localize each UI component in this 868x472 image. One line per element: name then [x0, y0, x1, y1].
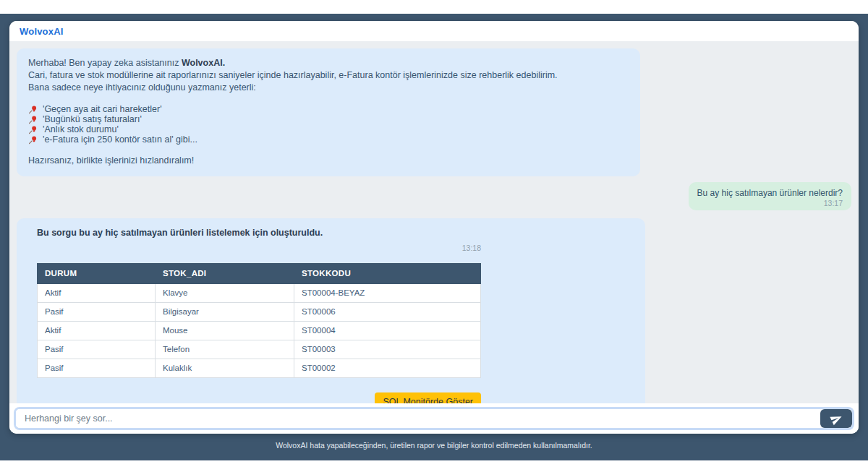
window-header: WolvoxAI [9, 21, 859, 41]
column-header-durum: DURUM [38, 264, 156, 284]
cell-durum: Aktif [38, 322, 156, 340]
result-actions: SQL Monitörde Göster [37, 392, 481, 403]
result-summary-text: Bu sorgu bu ay hiç satılmayan ürünleri l… [37, 227, 481, 239]
pushpin-icon [28, 125, 38, 134]
cell-stok-adi: Kulaklık [156, 359, 294, 378]
chat-window: WolvoxAI Merhaba! Ben yapay zeka asistan… [9, 21, 859, 434]
welcome-greeting: Merhaba! Ben yapay zeka asistanınız Wolv… [28, 57, 629, 69]
suggestion-item: 'e-Fatura için 250 kontör satın al' gibi… [28, 134, 629, 145]
cell-durum: Pasif [38, 303, 156, 322]
pushpin-icon [28, 135, 38, 145]
welcome-line2: Cari, fatura ve stok modüllerine ait rap… [28, 69, 629, 82]
column-header-stok-adi: STOK_ADI [156, 264, 294, 284]
cell-stok-adi: Mouse [156, 322, 294, 340]
cell-stokkodu: ST00002 [294, 359, 481, 378]
table-row: Aktif Mouse ST00004 [38, 322, 481, 340]
user-message-timestamp: 13:17 [697, 199, 843, 207]
cell-durum: Pasif [38, 359, 156, 378]
table-row: Pasif Telefon ST00003 [38, 340, 481, 359]
result-timestamp: 13:18 [37, 242, 481, 254]
table-row: Aktif Klavye ST00004-BEYAZ [38, 284, 481, 303]
table-row: Pasif Bilgisayar ST00006 [38, 303, 481, 322]
assistant-result-bubble: Bu sorgu bu ay hiç satılmayan ürünleri l… [17, 218, 645, 403]
user-message-bubble: Bu ay hiç satılmayan ürünler nelerdir? 1… [689, 182, 851, 210]
cell-stokkodu: ST00004 [294, 322, 481, 340]
pushpin-icon [28, 105, 38, 114]
chat-input[interactable] [16, 409, 820, 428]
send-button[interactable] [820, 409, 852, 428]
welcome-line3: Bana sadece neye ihtiyacınız olduğunu ya… [28, 82, 629, 94]
result-table-header-row: DURUM STOK_ADI STOKKODU [38, 264, 481, 284]
table-row: Pasif Kulaklık ST00002 [38, 359, 481, 378]
cell-stokkodu: ST00003 [294, 340, 481, 359]
suggestion-list: 'Geçen aya ait cari hareketler' 'Bugünkü… [28, 104, 629, 145]
chat-input-bar [9, 403, 859, 434]
cell-stok-adi: Telefon [156, 340, 294, 359]
chat-input-group [14, 407, 854, 430]
cell-stokkodu: ST00004-BEYAZ [294, 284, 481, 303]
cell-stok-adi: Klavye [156, 284, 294, 303]
sql-monitor-button[interactable]: SQL Monitörde Göster [375, 392, 481, 403]
suggestion-text: 'e-Fatura için 250 kontör satın al' gibi… [43, 134, 197, 146]
cell-stok-adi: Bilgisayar [156, 303, 294, 322]
welcome-closing: Hazırsanız, birlikte işlerinizi hızlandı… [28, 155, 629, 167]
app-background-band: WolvoxAI Merhaba! Ben yapay zeka asistan… [0, 14, 868, 460]
welcome-greeting-bold: WolvoxAI. [182, 58, 225, 68]
pushpin-icon [28, 115, 38, 124]
assistant-result-content: Bu sorgu bu ay hiç satılmayan ürünleri l… [37, 227, 481, 403]
cell-stokkodu: ST00006 [294, 303, 481, 322]
user-message-text: Bu ay hiç satılmayan ürünler nelerdir? [697, 188, 843, 198]
chat-message-area[interactable]: Merhaba! Ben yapay zeka asistanınız Wolv… [9, 41, 859, 403]
result-table: DURUM STOK_ADI STOKKODU Aktif Klavye ST0… [37, 263, 481, 378]
column-header-stokkodu: STOKKODU [294, 264, 481, 284]
welcome-greeting-prefix: Merhaba! Ben yapay zeka asistanınız [28, 58, 182, 68]
disclaimer-text: WolvoxAI hata yapabileceğinden, üretilen… [0, 441, 868, 450]
cell-durum: Pasif [38, 340, 156, 359]
assistant-welcome-bubble: Merhaba! Ben yapay zeka asistanınız Wolv… [17, 48, 640, 176]
cell-durum: Aktif [38, 284, 156, 303]
paper-plane-icon [830, 413, 843, 425]
app-title: WolvoxAI [20, 26, 64, 37]
user-message-row: Bu ay hiç satılmayan ürünler nelerdir? 1… [17, 182, 851, 210]
